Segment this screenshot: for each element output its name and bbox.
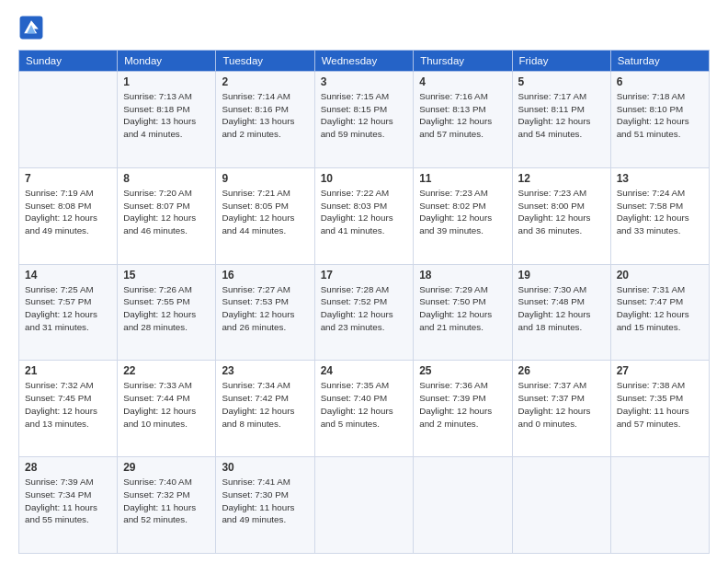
cell-content: Sunrise: 7:34 AM Sunset: 7:42 PM Dayligh… bbox=[222, 379, 308, 430]
calendar-cell: 22Sunrise: 7:33 AM Sunset: 7:44 PM Dayli… bbox=[118, 361, 216, 457]
calendar-cell: 27Sunrise: 7:38 AM Sunset: 7:35 PM Dayli… bbox=[610, 361, 709, 457]
calendar-cell: 23Sunrise: 7:34 AM Sunset: 7:42 PM Dayli… bbox=[216, 361, 314, 457]
day-number: 25 bbox=[419, 364, 506, 377]
calendar-cell bbox=[610, 457, 709, 554]
day-number: 23 bbox=[222, 364, 308, 377]
cell-content: Sunrise: 7:29 AM Sunset: 7:50 PM Dayligh… bbox=[419, 283, 506, 334]
calendar-cell bbox=[314, 457, 414, 554]
day-number: 16 bbox=[222, 269, 308, 282]
calendar-cell: 24Sunrise: 7:35 AM Sunset: 7:40 PM Dayli… bbox=[314, 361, 414, 457]
calendar-cell: 14Sunrise: 7:25 AM Sunset: 7:57 PM Dayli… bbox=[19, 264, 118, 361]
day-number: 7 bbox=[25, 172, 111, 185]
weekday-header: Saturday bbox=[610, 51, 709, 72]
cell-content: Sunrise: 7:19 AM Sunset: 8:08 PM Dayligh… bbox=[25, 187, 111, 237]
cell-content: Sunrise: 7:23 AM Sunset: 8:02 PM Dayligh… bbox=[419, 187, 506, 237]
cell-content: Sunrise: 7:33 AM Sunset: 7:44 PM Dayligh… bbox=[123, 379, 210, 430]
cell-content: Sunrise: 7:26 AM Sunset: 7:55 PM Dayligh… bbox=[123, 283, 210, 334]
weekday-header: Thursday bbox=[414, 51, 512, 72]
cell-content: Sunrise: 7:40 AM Sunset: 7:32 PM Dayligh… bbox=[123, 476, 210, 526]
cell-content: Sunrise: 7:16 AM Sunset: 8:13 PM Dayligh… bbox=[419, 90, 506, 141]
day-number: 30 bbox=[222, 461, 308, 474]
header bbox=[18, 15, 710, 40]
day-number: 11 bbox=[419, 172, 506, 185]
cell-content: Sunrise: 7:14 AM Sunset: 8:16 PM Dayligh… bbox=[222, 90, 308, 141]
cell-content: Sunrise: 7:17 AM Sunset: 8:11 PM Dayligh… bbox=[518, 90, 605, 141]
cell-content: Sunrise: 7:41 AM Sunset: 7:30 PM Dayligh… bbox=[222, 476, 308, 526]
cell-content: Sunrise: 7:39 AM Sunset: 7:34 PM Dayligh… bbox=[25, 476, 111, 526]
cell-content: Sunrise: 7:24 AM Sunset: 7:58 PM Dayligh… bbox=[617, 187, 703, 237]
calendar-cell: 2Sunrise: 7:14 AM Sunset: 8:16 PM Daylig… bbox=[216, 72, 314, 168]
calendar-cell: 3Sunrise: 7:15 AM Sunset: 8:15 PM Daylig… bbox=[314, 72, 414, 168]
calendar-cell: 21Sunrise: 7:32 AM Sunset: 7:45 PM Dayli… bbox=[19, 361, 118, 457]
calendar-table: SundayMondayTuesdayWednesdayThursdayFrid… bbox=[18, 50, 710, 554]
calendar-cell: 7Sunrise: 7:19 AM Sunset: 8:08 PM Daylig… bbox=[19, 167, 118, 264]
calendar-week-row: 28Sunrise: 7:39 AM Sunset: 7:34 PM Dayli… bbox=[19, 457, 710, 554]
cell-content: Sunrise: 7:35 AM Sunset: 7:40 PM Dayligh… bbox=[321, 379, 408, 430]
cell-content: Sunrise: 7:38 AM Sunset: 7:35 PM Dayligh… bbox=[617, 379, 703, 430]
cell-content: Sunrise: 7:28 AM Sunset: 7:52 PM Dayligh… bbox=[321, 283, 408, 334]
calendar-cell: 28Sunrise: 7:39 AM Sunset: 7:34 PM Dayli… bbox=[19, 457, 118, 554]
calendar-cell: 19Sunrise: 7:30 AM Sunset: 7:48 PM Dayli… bbox=[512, 264, 610, 361]
cell-content: Sunrise: 7:31 AM Sunset: 7:47 PM Dayligh… bbox=[617, 283, 703, 334]
day-number: 22 bbox=[123, 364, 210, 377]
day-number: 19 bbox=[518, 269, 605, 282]
day-number: 12 bbox=[518, 172, 605, 185]
cell-content: Sunrise: 7:15 AM Sunset: 8:15 PM Dayligh… bbox=[321, 90, 408, 141]
calendar-cell: 20Sunrise: 7:31 AM Sunset: 7:47 PM Dayli… bbox=[610, 264, 709, 361]
day-number: 2 bbox=[222, 75, 308, 88]
calendar-cell: 25Sunrise: 7:36 AM Sunset: 7:39 PM Dayli… bbox=[414, 361, 512, 457]
calendar-cell bbox=[19, 72, 118, 168]
day-number: 24 bbox=[321, 364, 408, 377]
weekday-header: Sunday bbox=[19, 51, 118, 72]
day-number: 18 bbox=[419, 269, 506, 282]
calendar-cell: 9Sunrise: 7:21 AM Sunset: 8:05 PM Daylig… bbox=[216, 167, 314, 264]
calendar-week-row: 14Sunrise: 7:25 AM Sunset: 7:57 PM Dayli… bbox=[19, 264, 710, 361]
cell-content: Sunrise: 7:22 AM Sunset: 8:03 PM Dayligh… bbox=[321, 187, 408, 237]
calendar-cell: 12Sunrise: 7:23 AM Sunset: 8:00 PM Dayli… bbox=[512, 167, 610, 264]
day-number: 13 bbox=[617, 172, 703, 185]
weekday-header: Friday bbox=[512, 51, 610, 72]
calendar-cell: 30Sunrise: 7:41 AM Sunset: 7:30 PM Dayli… bbox=[216, 457, 314, 554]
logo bbox=[18, 15, 48, 40]
calendar-week-row: 21Sunrise: 7:32 AM Sunset: 7:45 PM Dayli… bbox=[19, 361, 710, 457]
calendar-cell: 13Sunrise: 7:24 AM Sunset: 7:58 PM Dayli… bbox=[610, 167, 709, 264]
cell-content: Sunrise: 7:18 AM Sunset: 8:10 PM Dayligh… bbox=[617, 90, 703, 141]
calendar-cell: 29Sunrise: 7:40 AM Sunset: 7:32 PM Dayli… bbox=[118, 457, 216, 554]
cell-content: Sunrise: 7:37 AM Sunset: 7:37 PM Dayligh… bbox=[518, 379, 605, 430]
calendar-cell: 16Sunrise: 7:27 AM Sunset: 7:53 PM Dayli… bbox=[216, 264, 314, 361]
day-number: 3 bbox=[321, 75, 408, 88]
day-number: 4 bbox=[419, 75, 506, 88]
calendar-cell: 1Sunrise: 7:13 AM Sunset: 8:18 PM Daylig… bbox=[118, 72, 216, 168]
day-number: 8 bbox=[123, 172, 210, 185]
calendar-cell: 10Sunrise: 7:22 AM Sunset: 8:03 PM Dayli… bbox=[314, 167, 414, 264]
day-number: 6 bbox=[617, 75, 703, 88]
cell-content: Sunrise: 7:32 AM Sunset: 7:45 PM Dayligh… bbox=[25, 379, 111, 430]
day-number: 1 bbox=[123, 75, 210, 88]
calendar-cell bbox=[414, 457, 512, 554]
cell-content: Sunrise: 7:27 AM Sunset: 7:53 PM Dayligh… bbox=[222, 283, 308, 334]
calendar-cell: 4Sunrise: 7:16 AM Sunset: 8:13 PM Daylig… bbox=[414, 72, 512, 168]
day-number: 21 bbox=[25, 364, 111, 377]
day-number: 27 bbox=[617, 364, 703, 377]
page: SundayMondayTuesdayWednesdayThursdayFrid… bbox=[0, 0, 728, 563]
calendar-cell: 26Sunrise: 7:37 AM Sunset: 7:37 PM Dayli… bbox=[512, 361, 610, 457]
weekday-header: Monday bbox=[118, 51, 216, 72]
calendar-header-row: SundayMondayTuesdayWednesdayThursdayFrid… bbox=[19, 51, 710, 72]
logo-icon bbox=[18, 15, 44, 40]
day-number: 14 bbox=[25, 269, 111, 282]
calendar-week-row: 7Sunrise: 7:19 AM Sunset: 8:08 PM Daylig… bbox=[19, 167, 710, 264]
calendar-cell: 18Sunrise: 7:29 AM Sunset: 7:50 PM Dayli… bbox=[414, 264, 512, 361]
day-number: 29 bbox=[123, 461, 210, 474]
cell-content: Sunrise: 7:36 AM Sunset: 7:39 PM Dayligh… bbox=[419, 379, 506, 430]
cell-content: Sunrise: 7:21 AM Sunset: 8:05 PM Dayligh… bbox=[222, 187, 308, 237]
calendar-cell: 5Sunrise: 7:17 AM Sunset: 8:11 PM Daylig… bbox=[512, 72, 610, 168]
day-number: 5 bbox=[518, 75, 605, 88]
day-number: 10 bbox=[321, 172, 408, 185]
calendar-week-row: 1Sunrise: 7:13 AM Sunset: 8:18 PM Daylig… bbox=[19, 72, 710, 168]
day-number: 9 bbox=[222, 172, 308, 185]
day-number: 28 bbox=[25, 461, 111, 474]
calendar-cell: 6Sunrise: 7:18 AM Sunset: 8:10 PM Daylig… bbox=[610, 72, 709, 168]
cell-content: Sunrise: 7:30 AM Sunset: 7:48 PM Dayligh… bbox=[518, 283, 605, 334]
day-number: 20 bbox=[617, 269, 703, 282]
weekday-header: Tuesday bbox=[216, 51, 314, 72]
